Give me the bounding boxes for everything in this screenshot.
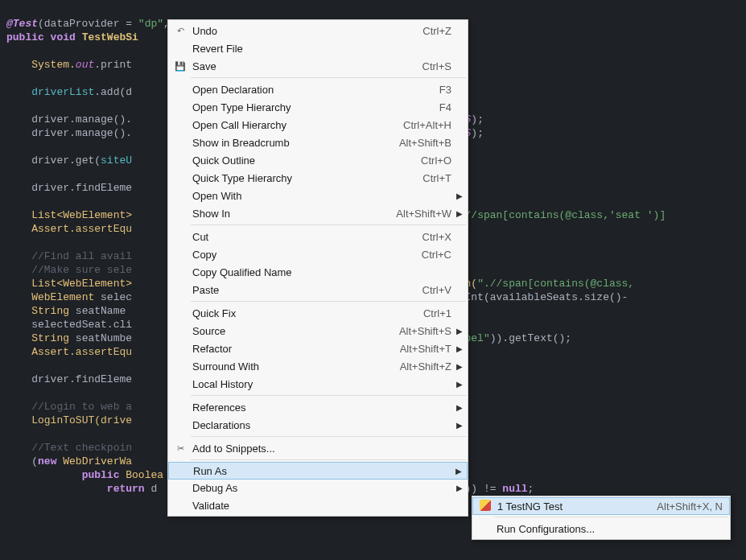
menu-separator — [495, 517, 728, 517]
menu-run-as[interactable]: Run As▶ — [168, 462, 468, 480]
menu-open-declaration[interactable]: Open DeclarationF3 — [168, 80, 468, 98]
annotation: @Test — [6, 18, 38, 30]
submenu-testng-test[interactable]: 1 TestNG Test Alt+Shift+X, N — [472, 497, 730, 515]
menu-cut[interactable]: CutCtrl+X — [168, 228, 468, 245]
save-icon: 💾 — [171, 61, 189, 72]
submenu-arrow-icon: ▶ — [453, 484, 463, 492]
menu-references[interactable]: References▶ — [168, 398, 468, 416]
menu-open-type-hierarchy[interactable]: Open Type HierarchyF4 — [168, 98, 468, 116]
menu-copy[interactable]: CopyCtrl+C — [168, 245, 468, 263]
menu-quick-type-hierarchy[interactable]: Quick Type HierarchyCtrl+T — [168, 169, 468, 187]
menu-show-in-breadcrumb[interactable]: Show in BreadcrumbAlt+Shift+B — [168, 134, 468, 151]
menu-paste[interactable]: PasteCtrl+V — [168, 281, 468, 299]
run-as-submenu: 1 TestNG Test Alt+Shift+X, N Run Configu… — [472, 496, 731, 540]
submenu-arrow-icon: ▶ — [453, 327, 463, 336]
menu-separator — [191, 459, 466, 460]
menu-separator — [191, 77, 466, 78]
menu-undo[interactable]: ↶UndoCtrl+Z — [168, 22, 468, 39]
editor-context-menu: ↶UndoCtrl+Z Revert File 💾SaveCtrl+S Open… — [167, 19, 468, 517]
submenu-arrow-icon: ▶ — [453, 380, 463, 389]
menu-separator — [191, 301, 466, 302]
menu-open-call-hierarchy[interactable]: Open Call HierarchyCtrl+Alt+H — [168, 116, 468, 134]
testng-icon — [476, 500, 494, 513]
menu-local-history[interactable]: Local History▶ — [168, 375, 468, 393]
submenu-arrow-icon: ▶ — [453, 344, 463, 353]
menu-separator — [191, 395, 466, 396]
menu-quick-fix[interactable]: Quick FixCtrl+1 — [168, 304, 468, 322]
submenu-arrow-icon: ▶ — [453, 191, 463, 200]
menu-separator — [191, 436, 466, 437]
undo-icon: ↶ — [171, 26, 189, 36]
submenu-arrow-icon: ▶ — [453, 209, 463, 218]
submenu-arrow-icon: ▶ — [453, 403, 463, 412]
menu-save[interactable]: 💾SaveCtrl+S — [168, 57, 468, 75]
menu-open-with[interactable]: Open With▶ — [168, 187, 468, 204]
snippets-icon: ✂ — [171, 443, 189, 454]
menu-declarations[interactable]: Declarations▶ — [168, 416, 468, 434]
submenu-arrow-icon: ▶ — [453, 421, 463, 430]
menu-refactor[interactable]: RefactorAlt+Shift+T▶ — [168, 340, 468, 357]
submenu-arrow-icon: ▶ — [452, 467, 462, 476]
menu-source[interactable]: SourceAlt+Shift+S▶ — [168, 322, 468, 340]
submenu-run-configurations[interactable]: Run Configurations... — [472, 520, 730, 537]
menu-surround-with[interactable]: Surround WithAlt+Shift+Z▶ — [168, 357, 468, 375]
submenu-arrow-icon: ▶ — [453, 362, 463, 371]
menu-show-in[interactable]: Show InAlt+Shift+W▶ — [168, 204, 468, 222]
menu-add-to-snippets[interactable]: ✂Add to Snippets... — [168, 439, 468, 457]
menu-revert-file[interactable]: Revert File — [168, 39, 468, 57]
menu-quick-outline[interactable]: Quick OutlineCtrl+O — [168, 151, 468, 169]
menu-copy-qualified-name[interactable]: Copy Qualified Name — [168, 263, 468, 281]
menu-separator — [191, 224, 466, 225]
menu-debug-as[interactable]: Debug As▶ — [168, 479, 468, 496]
menu-validate[interactable]: Validate — [168, 496, 468, 514]
